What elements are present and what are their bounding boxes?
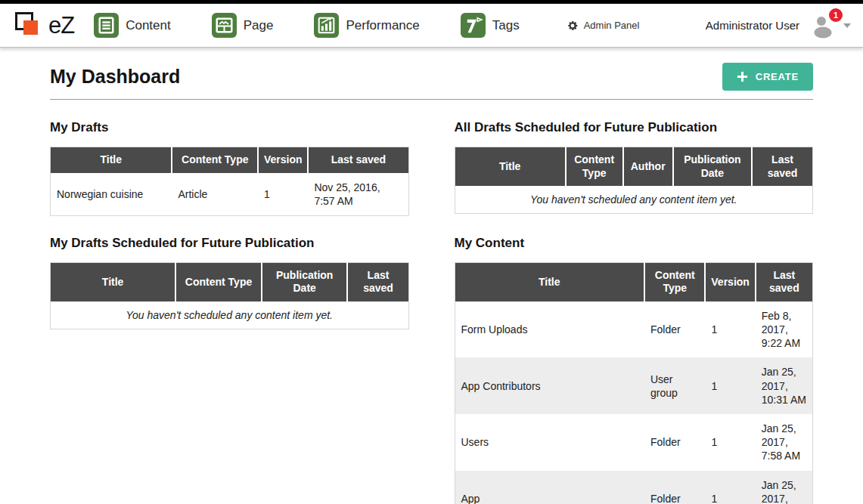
- gear-icon: [567, 20, 579, 32]
- table-cell: Jan 25, 2017, 7:58 AM: [756, 414, 813, 471]
- column-header: Title: [455, 147, 566, 187]
- plus-icon: [737, 71, 748, 82]
- table-cell: 1: [705, 301, 755, 358]
- table-cell: Folder: [644, 301, 705, 358]
- logo-text: eZ: [48, 12, 74, 39]
- nav-item-page[interactable]: Page: [212, 13, 274, 38]
- table-cell: Folder: [644, 414, 705, 471]
- nav-item-performance[interactable]: Performance: [314, 13, 419, 38]
- table-cell: 1: [705, 471, 755, 504]
- dashboard-panel-my-drafts-scheduled-for-future-publication: My Drafts Scheduled for Future Publicati…: [50, 236, 409, 504]
- dashboard-panel-all-drafts-scheduled-for-future-publication: All Drafts Scheduled for Future Publicat…: [455, 120, 814, 216]
- column-header: Content Type: [566, 147, 623, 187]
- column-header: Title: [455, 262, 644, 301]
- column-header: Version: [258, 147, 308, 173]
- column-header: Title: [51, 147, 172, 173]
- avatar: 1: [810, 12, 836, 39]
- table-header-row: TitleContent TypePublication DateLast sa…: [51, 262, 409, 301]
- nav-item-content[interactable]: Content: [94, 13, 171, 38]
- column-header: Last saved: [752, 147, 813, 187]
- column-header: Publication Date: [673, 147, 752, 187]
- table-cell: Norwegian cuisine: [51, 173, 172, 216]
- empty-row: You haven't scheduled any content item y…: [455, 186, 813, 214]
- table-header-row: TitleContent TypeAuthorPublication DateL…: [455, 147, 813, 187]
- user-menu[interactable]: Administrator User 1: [706, 12, 851, 39]
- admin-panel-button[interactable]: Admin Panel: [567, 20, 640, 32]
- column-header: Author: [623, 147, 673, 187]
- dashboard-grid: My DraftsTitleContent TypeVersionLast sa…: [50, 120, 813, 504]
- empty-message: You haven't scheduled any content item y…: [51, 301, 409, 329]
- performance-icon: [314, 13, 339, 38]
- column-header: Last saved: [347, 262, 408, 301]
- table-row[interactable]: App ContributorsUser group1Jan 25, 2017,…: [455, 357, 813, 414]
- nav-label-page: Page: [244, 18, 274, 33]
- table-cell: Article: [172, 173, 258, 216]
- navbar: eZ Content Pag: [0, 4, 863, 48]
- table-my-drafts-scheduled-for-future-publication: TitleContent TypePublication DateLast sa…: [50, 262, 409, 329]
- dashboard-panel-my-drafts: My DraftsTitleContent TypeVersionLast sa…: [50, 120, 409, 216]
- user-name: Administrator User: [706, 19, 799, 32]
- empty-message: You haven't scheduled any content item y…: [455, 186, 813, 214]
- table-cell: 1: [258, 173, 308, 216]
- admin-panel-label: Admin Panel: [584, 20, 640, 31]
- panel-title: All Drafts Scheduled for Future Publicat…: [455, 120, 814, 135]
- column-header: Publication Date: [262, 262, 348, 301]
- table-all-drafts-scheduled-for-future-publication: TitleContent TypeAuthorPublication DateL…: [455, 147, 814, 214]
- column-header: Title: [51, 262, 176, 301]
- table-header-row: TitleContent TypeVersionLast saved: [51, 147, 409, 173]
- nav-item-tags[interactable]: Tags: [461, 13, 520, 38]
- table-cell: 1: [705, 414, 755, 471]
- column-header: Content Type: [172, 147, 258, 173]
- nav-label-tags: Tags: [492, 18, 520, 33]
- table-cell: Jan 25, 2017, 10:31 AM: [756, 357, 813, 414]
- table-cell: Users: [455, 414, 644, 471]
- table-cell: Feb 8, 2017, 9:22 AM: [756, 301, 813, 358]
- panel-title: My Drafts Scheduled for Future Publicati…: [50, 236, 409, 251]
- table-row[interactable]: UsersFolder1Jan 25, 2017, 7:58 AM: [455, 414, 813, 471]
- table-row[interactable]: Form UploadsFolder1Feb 8, 2017, 9:22 AM: [455, 301, 813, 358]
- content-icon: [94, 13, 119, 38]
- main-content: My Dashboard CREATE My DraftsTitleConten…: [0, 48, 863, 504]
- panel-title: My Drafts: [50, 120, 409, 135]
- table-my-content: TitleContent TypeVersionLast savedForm U…: [455, 262, 814, 504]
- table-cell: App: [455, 471, 644, 504]
- column-header: Version: [705, 262, 755, 301]
- nav-label-performance: Performance: [346, 18, 419, 33]
- table-header-row: TitleContent TypeVersionLast saved: [455, 262, 813, 301]
- dashboard-panel-my-content: My ContentTitleContent TypeVersionLast s…: [455, 236, 814, 504]
- panel-title: My Content: [455, 236, 814, 251]
- page-icon: [212, 13, 237, 38]
- column-header: Content Type: [644, 262, 705, 301]
- tags-icon: [461, 13, 486, 38]
- notification-badge[interactable]: 1: [829, 8, 843, 22]
- empty-row: You haven't scheduled any content item y…: [51, 301, 409, 329]
- column-header: Last saved: [756, 262, 813, 301]
- table-cell: Jan 25, 2017, 7:55 AM: [756, 471, 813, 504]
- table-cell: Form Uploads: [455, 301, 644, 358]
- logo-orange-square: [23, 20, 38, 35]
- table-cell: 1: [705, 357, 755, 414]
- page-header: My Dashboard CREATE: [50, 63, 813, 91]
- nav-label-content: Content: [126, 18, 171, 33]
- table-my-drafts: TitleContent TypeVersionLast savedNorweg…: [50, 147, 409, 216]
- table-cell: Nov 25, 2016, 7:57 AM: [308, 173, 408, 216]
- create-button[interactable]: CREATE: [722, 63, 813, 91]
- table-cell: Folder: [644, 471, 705, 504]
- ez-logo-mark-icon: [14, 10, 45, 42]
- chevron-down-icon: [843, 23, 851, 28]
- table-row[interactable]: AppFolder1Jan 25, 2017, 7:55 AM: [455, 471, 813, 504]
- column-header: Last saved: [308, 147, 408, 173]
- page-title: My Dashboard: [50, 66, 722, 88]
- create-button-label: CREATE: [756, 71, 799, 82]
- table-cell: User group: [644, 357, 705, 414]
- main-navigation: Content Page: [94, 13, 520, 38]
- header-divider: [50, 99, 813, 100]
- ez-logo[interactable]: eZ: [14, 10, 74, 42]
- table-cell: App Contributors: [455, 357, 644, 414]
- table-row[interactable]: Norwegian cuisineArticle1Nov 25, 2016, 7…: [51, 173, 409, 216]
- column-header: Content Type: [175, 262, 262, 301]
